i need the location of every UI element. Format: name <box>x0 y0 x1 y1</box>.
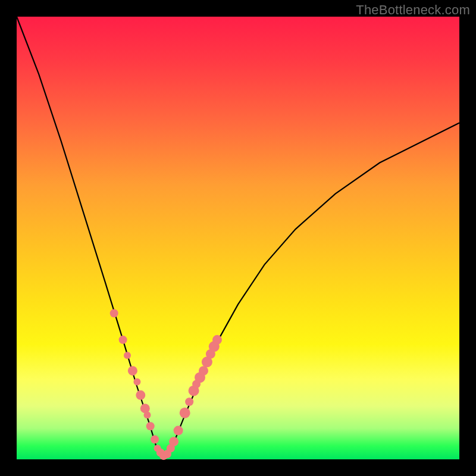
data-marker <box>146 422 155 430</box>
data-marker <box>169 437 178 446</box>
data-marker <box>128 366 137 375</box>
data-marker <box>136 390 145 400</box>
data-marker <box>212 335 222 345</box>
data-marker <box>174 426 183 436</box>
data-marker <box>133 378 140 386</box>
bottleneck-curve <box>17 17 459 457</box>
data-marker <box>124 352 131 359</box>
data-marker <box>110 309 118 318</box>
chart-svg <box>17 17 459 459</box>
data-marker <box>151 436 159 444</box>
data-marker <box>180 408 190 418</box>
watermark-text: TheBottleneck.com <box>356 2 470 18</box>
chart-frame <box>17 17 459 459</box>
data-marker <box>185 397 193 406</box>
data-marker <box>199 366 208 375</box>
data-marker <box>119 336 127 344</box>
marker-group <box>110 309 222 461</box>
data-marker <box>144 412 151 419</box>
